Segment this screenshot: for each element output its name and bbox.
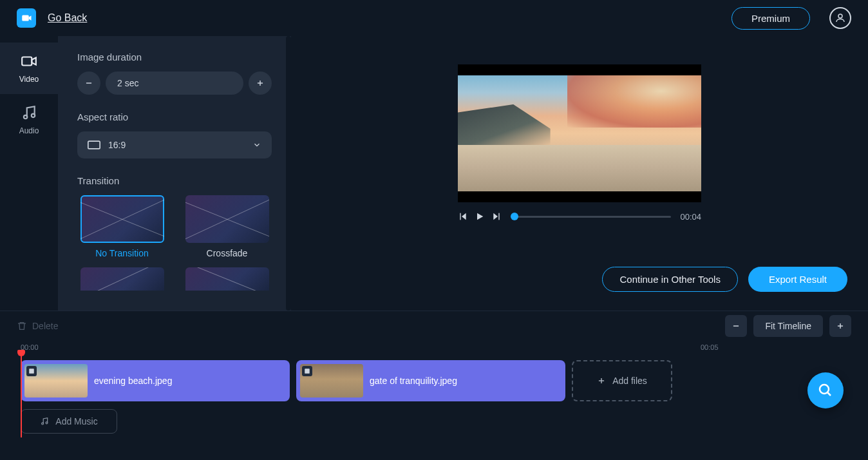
delete-button[interactable]: Delete (17, 321, 58, 331)
transition-none[interactable]: No Transition (77, 195, 167, 258)
playbar: 00:04 (458, 211, 701, 222)
plus-icon (836, 321, 845, 331)
timeline-clip-2[interactable]: gate of tranquility.jpeg (296, 360, 565, 401)
trash-icon (17, 321, 27, 331)
duration-decrease-button[interactable] (77, 72, 100, 95)
app-logo (17, 8, 36, 28)
top-bar-left: Go Back (17, 8, 87, 28)
chevron-down-icon (252, 140, 261, 149)
add-files-label: Add files (612, 376, 647, 386)
timeline-toolbar: Delete Fit Timeline (0, 311, 868, 341)
timeline-ruler[interactable]: 00:00 00:05 (0, 341, 868, 360)
continue-other-tools-button[interactable]: Continue in Other Tools (602, 267, 737, 292)
export-result-button[interactable]: Export Result (748, 267, 847, 292)
aspect-ratio-value: 16:9 (108, 140, 126, 150)
transition-none-thumb (80, 195, 164, 243)
rectangle-icon (88, 140, 100, 149)
prev-frame-button[interactable] (458, 211, 468, 222)
ruler-tick-5s: 00:05 (701, 343, 719, 351)
transition-label: Transition (77, 175, 272, 186)
svg-point-18 (42, 423, 44, 425)
timeline-clip-1[interactable]: evening beach.jpeg (21, 360, 290, 401)
app-logo-icon (21, 12, 32, 24)
svg-rect-0 (22, 15, 29, 21)
user-icon (835, 12, 846, 24)
transition-crossfade[interactable]: Crossfade (182, 195, 272, 258)
transition-4-thumb (185, 267, 269, 291)
delete-label: Delete (32, 321, 58, 331)
svg-rect-8 (88, 141, 100, 149)
transition-none-label: No Transition (95, 248, 148, 258)
premium-button[interactable]: Premium (731, 7, 810, 30)
timeline: Delete Fit Timeline 00:00 00:05 evening … (0, 311, 868, 460)
skip-back-icon (458, 211, 468, 222)
scrub-bar[interactable] (511, 211, 671, 222)
play-icon (475, 211, 485, 222)
svg-point-20 (820, 385, 829, 394)
timeline-tracks: evening beach.jpeg gate of tranquility.j… (0, 360, 868, 434)
minus-icon (731, 321, 741, 331)
next-frame-button[interactable] (491, 211, 502, 222)
zoom-in-button[interactable] (829, 315, 851, 337)
action-row: Continue in Other Tools Export Result (602, 267, 847, 292)
transition-item-3[interactable] (77, 267, 167, 291)
clip-1-name: evening beach.jpeg (94, 376, 172, 386)
svg-rect-10 (498, 213, 499, 220)
music-note-icon (40, 417, 49, 426)
svg-point-4 (32, 114, 35, 117)
go-back-link[interactable]: Go Back (48, 12, 87, 24)
tab-video[interactable]: Video (0, 43, 58, 94)
plus-icon (597, 376, 606, 385)
preview-frame (458, 64, 701, 202)
account-avatar[interactable] (829, 7, 851, 29)
preview-sea (458, 145, 701, 191)
top-bar: Go Back Premium (0, 0, 868, 36)
settings-panel: Image duration 2 sec Aspect ratio 16:9 T… (58, 36, 291, 311)
minus-icon (84, 79, 93, 88)
transition-3-thumb (80, 267, 164, 291)
svg-point-19 (46, 422, 48, 424)
clip-2-name: gate of tranquility.jpeg (370, 376, 457, 386)
zoom-out-button[interactable] (725, 315, 747, 337)
tab-audio[interactable]: Audio (0, 94, 58, 146)
svg-point-3 (24, 115, 27, 119)
fit-timeline-button[interactable]: Fit Timeline (753, 315, 823, 337)
playhead[interactable] (21, 354, 22, 437)
image-badge-icon (26, 366, 37, 376)
add-files-button[interactable]: Add files (572, 360, 672, 401)
svg-rect-2 (22, 57, 32, 66)
play-controls (458, 211, 502, 222)
side-tabs: Video Audio (0, 36, 58, 311)
top-bar-right: Premium (731, 7, 851, 30)
svg-rect-9 (460, 213, 460, 220)
plus-icon (256, 79, 265, 88)
aspect-ratio-select[interactable]: 16:9 (77, 131, 272, 158)
scrub-handle[interactable] (511, 213, 518, 220)
duration-value[interactable]: 2 sec (106, 72, 243, 95)
scrub-track (511, 216, 671, 218)
preview-duration: 00:04 (680, 212, 701, 222)
image-badge-icon (302, 366, 312, 376)
skip-forward-icon (491, 211, 502, 222)
transition-item-4[interactable] (182, 267, 272, 291)
svg-point-1 (838, 14, 842, 18)
preview-image (458, 75, 701, 191)
aspect-ratio-label: Aspect ratio (77, 111, 272, 122)
transition-grid: No Transition Crossfade (77, 195, 272, 291)
video-track: evening beach.jpeg gate of tranquility.j… (21, 360, 847, 401)
clip-1-thumb (24, 364, 88, 398)
help-fab[interactable] (807, 372, 844, 408)
video-icon (19, 53, 39, 70)
transition-crossfade-label: Crossfade (207, 248, 248, 258)
clip-2-thumb (300, 364, 363, 398)
duration-increase-button[interactable] (249, 72, 272, 95)
search-icon (818, 383, 833, 398)
play-button[interactable] (475, 211, 485, 222)
add-music-label: Add Music (55, 416, 97, 426)
add-music-button[interactable]: Add Music (21, 409, 117, 434)
music-icon (19, 104, 39, 121)
svg-rect-14 (29, 369, 34, 374)
transition-crossfade-thumb (185, 195, 269, 243)
svg-rect-15 (305, 369, 310, 374)
svg-line-21 (827, 392, 831, 396)
